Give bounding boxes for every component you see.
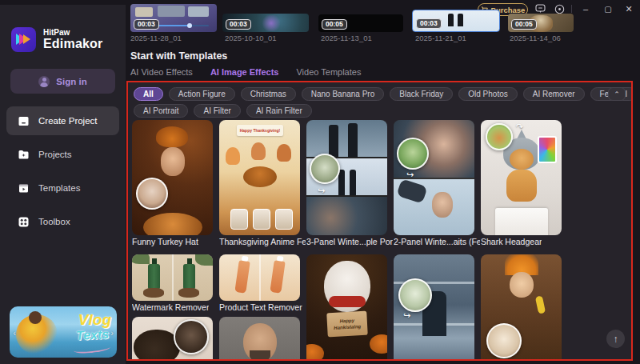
cat-sign: Happy Hankistaing xyxy=(326,311,368,338)
project-date: 2025-11-14_06 xyxy=(510,34,561,42)
anime-person xyxy=(251,142,266,160)
template-card-2panel-winter-portraits-female[interactable]: ↪ xyxy=(394,120,474,235)
projects-folder-icon xyxy=(18,149,30,161)
thumb-photo xyxy=(135,7,153,17)
app-window: HitPaw Edimakor Sign in Create Project P… xyxy=(0,0,640,364)
panel-top xyxy=(306,120,387,157)
titlebar-separator xyxy=(571,5,572,13)
transform-arrow-icon: ↪ xyxy=(406,170,414,180)
chevron-up-icon: ⌃ xyxy=(614,90,620,98)
template-card-thanksgiving-anime-feast[interactable]: Happy Thanksgiving! xyxy=(219,120,300,235)
recent-project-thumbnail[interactable]: 00:03 xyxy=(130,4,217,32)
child-face xyxy=(510,272,534,298)
transform-arrow-icon: ↪ xyxy=(318,186,325,196)
user-avatar-icon xyxy=(38,76,50,87)
vlog-texts-banner[interactable]: Vlog Texts ‹ › xyxy=(10,306,117,358)
banner-next-arrow[interactable]: › xyxy=(108,327,116,338)
sidebar: HitPaw Edimakor Sign in Create Project P… xyxy=(0,5,126,364)
filter-chip-christmas[interactable]: Christmas xyxy=(241,87,296,101)
collapse-filters-button[interactable]: ⌃ xyxy=(608,87,626,101)
template-card-partial-woman[interactable] xyxy=(132,317,213,361)
template-card-winter-man-panels[interactable]: ↪ xyxy=(394,254,474,361)
figure xyxy=(329,125,338,157)
template-card-label: Thanksgiving Anime Feast xyxy=(219,237,306,246)
before-photo-inset xyxy=(398,278,432,312)
duration-badge: 00:03 xyxy=(134,19,159,30)
template-card-shark-headgear[interactable]: ↷ xyxy=(481,120,562,235)
pumpkin xyxy=(370,334,387,354)
feast-turkey xyxy=(243,166,277,187)
maximize-button[interactable]: ▢ xyxy=(602,2,614,15)
template-card-label: Funny Turkey Hat xyxy=(132,237,198,246)
recent-project-thumbnail[interactable]: 00:03 xyxy=(222,14,309,32)
filter-chip-black-friday[interactable]: Black Friday xyxy=(390,87,453,101)
close-button[interactable]: ✕ xyxy=(622,2,635,15)
bottle xyxy=(183,264,195,290)
filter-chips-row1: All Action Figure Christmas Nano Banana … xyxy=(134,87,633,101)
filter-chip-ai-filter[interactable]: AI Filter xyxy=(194,104,240,118)
before-photo-inset xyxy=(174,319,209,354)
minimize-button[interactable]: – xyxy=(579,2,592,15)
recent-project-thumbnail-selected[interactable]: 00:03 xyxy=(412,10,500,32)
banner-image xyxy=(16,314,58,354)
brand-name-bottom: Edimakor xyxy=(43,37,103,51)
tube xyxy=(270,260,285,294)
template-card-product-text-remover[interactable] xyxy=(219,254,300,301)
filter-chip-nano-banana-pro[interactable]: Nano Banana Pro xyxy=(302,87,385,101)
project-date: 2025-11-28_01 xyxy=(130,34,182,42)
filter-chip-ai-remover[interactable]: AI Remover xyxy=(523,87,585,101)
cat-sign-line2: Hankistaing xyxy=(334,323,361,331)
before-photo-inset xyxy=(486,323,522,358)
recent-project-thumbnail[interactable]: 00:05 xyxy=(318,14,403,32)
duration-badge: 00:05 xyxy=(322,19,347,30)
thumb-photo xyxy=(158,6,185,17)
recent-project-thumbnail[interactable]: 00:05 xyxy=(508,14,574,32)
person-face xyxy=(161,147,185,176)
template-card-turkey-costume-child[interactable] xyxy=(481,254,562,361)
before-photo-inset xyxy=(136,178,168,210)
banner-word1: Vlog xyxy=(78,311,111,329)
cat-body xyxy=(506,170,537,202)
template-card-cat-sign[interactable]: Happy Hankistaing xyxy=(306,254,387,361)
sidebar-item-templates[interactable]: Templates xyxy=(6,174,119,202)
sidebar-item-label: Toolbox xyxy=(38,217,70,226)
source-photo-thumbs xyxy=(230,209,293,230)
brand: HitPaw Edimakor xyxy=(11,27,103,52)
divider xyxy=(172,254,174,301)
stump xyxy=(143,288,164,298)
thanksgiving-banner: Happy Thanksgiving! xyxy=(237,125,283,136)
sidebar-item-label: Templates xyxy=(38,183,80,193)
sidebar-item-projects[interactable]: Projects xyxy=(6,140,119,169)
filter-chip-action-figure[interactable]: Action Figure xyxy=(169,87,235,101)
template-card-funny-turkey-hat[interactable] xyxy=(132,120,213,235)
filter-chip-ai-rain-filter[interactable]: AI Rain Filter xyxy=(246,104,312,118)
template-card-watermark-remover[interactable] xyxy=(132,254,213,301)
toolbox-icon xyxy=(18,216,30,228)
sidebar-item-create-project[interactable]: Create Project xyxy=(6,106,119,135)
filter-chip-all[interactable]: All xyxy=(134,87,163,101)
template-card-partial-bald-man[interactable] xyxy=(219,317,300,361)
anime-person xyxy=(277,144,291,162)
duration-badge: 00:03 xyxy=(226,19,251,30)
held-photo-card xyxy=(538,136,557,163)
person-face xyxy=(432,192,453,218)
banner-prev-arrow[interactable]: ‹ xyxy=(10,327,18,338)
sidebar-item-toolbox[interactable]: Toolbox xyxy=(6,207,119,236)
leaf-decor xyxy=(132,254,150,264)
duration-badge: 00:03 xyxy=(416,18,442,29)
filter-chip-old-photos[interactable]: Old Photos xyxy=(458,87,517,101)
figure xyxy=(348,123,358,157)
figure xyxy=(350,170,356,195)
scroll-to-top-button[interactable]: ↑ xyxy=(606,330,625,348)
banner-scribble xyxy=(74,343,111,355)
templates-icon xyxy=(18,182,30,194)
before-photo-inset xyxy=(486,123,513,150)
cat-face xyxy=(510,149,534,170)
filter-chip-ai-portrait[interactable]: AI Portrait xyxy=(134,104,188,118)
sign-in-button[interactable]: Sign in xyxy=(10,69,115,94)
template-card-label: Watermark Remover xyxy=(132,302,209,312)
template-card-label: Product Text Remover xyxy=(219,302,302,312)
before-photo-inset xyxy=(310,154,340,184)
template-card-3panel-winter-portraits[interactable]: ↪ xyxy=(306,120,387,235)
roast-turkey xyxy=(143,213,202,235)
